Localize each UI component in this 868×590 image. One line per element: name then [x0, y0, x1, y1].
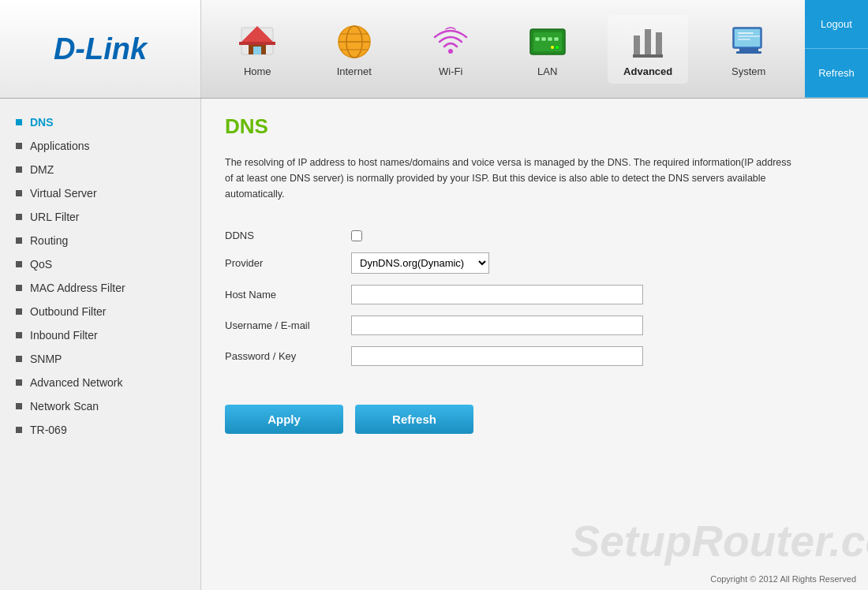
logout-button[interactable]: Logout	[805, 0, 868, 49]
svg-rect-21	[645, 29, 651, 56]
username-input[interactable]	[351, 316, 643, 335]
sidebar-item-tr-069[interactable]: TR-069	[0, 418, 200, 442]
system-icon	[728, 21, 769, 62]
nav-item-lan[interactable]: LAN	[511, 15, 584, 84]
hostname-input[interactable]	[351, 285, 643, 304]
nav-label-lan: LAN	[537, 65, 557, 77]
svg-rect-23	[633, 54, 663, 58]
logo-area: D-Link	[0, 0, 201, 98]
sidebar-bullet-dmz	[16, 166, 22, 173]
sidebar-item-network-scan[interactable]: Network Scan	[0, 394, 200, 418]
sidebar-bullet-outbound-filter	[16, 308, 22, 315]
sidebar-item-dmz[interactable]: DMZ	[0, 158, 200, 181]
sidebar-label-tr-069: TR-069	[30, 424, 67, 436]
sidebar-label-routing: Routing	[30, 234, 68, 247]
advanced-icon	[627, 21, 668, 62]
nav-label-advanced: Advanced	[623, 65, 672, 77]
nav-label-home: Home	[244, 65, 271, 77]
sidebar-item-applications[interactable]: Applications	[0, 134, 200, 158]
sidebar-bullet-url-filter	[16, 214, 22, 220]
apply-button[interactable]: Apply	[225, 405, 343, 434]
sidebar-label-url-filter: URL Filter	[30, 211, 80, 223]
footer: Copyright © 2012 All Rights Reserved	[710, 574, 856, 584]
password-row: Password / Key	[225, 346, 844, 366]
provider-select[interactable]: DynDNS.org(Dynamic) DynDNS.org(Custom) T…	[351, 252, 489, 274]
sidebar-item-outbound-filter[interactable]: Outbound Filter	[0, 300, 200, 323]
dns-form: DDNS Provider DynDNS.org(Dynamic) DynDNS…	[225, 222, 844, 385]
svg-rect-16	[548, 37, 552, 41]
page-description: The resolving of IP address to host name…	[225, 155, 801, 202]
svg-rect-22	[656, 32, 662, 56]
nav-label-system: System	[731, 65, 765, 77]
svg-rect-5	[239, 42, 275, 45]
refresh-button[interactable]: Refresh	[355, 405, 473, 434]
nav-item-system[interactable]: System	[713, 15, 785, 84]
nav-area: Home Internet Wi-Fi	[201, 0, 805, 98]
nav-item-wifi[interactable]: Wi-Fi	[414, 15, 487, 84]
svg-rect-25	[735, 29, 760, 47]
ddns-checkbox[interactable]	[351, 230, 362, 241]
sidebar-label-dns: DNS	[30, 116, 54, 129]
svg-rect-17	[554, 37, 559, 41]
svg-rect-30	[738, 39, 750, 40]
sidebar-bullet-applications	[16, 143, 22, 149]
sidebar-label-outbound-filter: Outbound Filter	[30, 305, 107, 318]
sidebar-item-snmp[interactable]: SNMP	[0, 347, 200, 371]
ddns-label: DDNS	[225, 230, 351, 241]
sidebar-bullet-snmp	[16, 356, 22, 362]
sidebar: DNS Applications DMZ Virtual Server URL …	[0, 99, 201, 590]
sidebar-label-virtual-server: Virtual Server	[30, 187, 97, 200]
wifi-icon	[430, 21, 471, 62]
sidebar-label-network-scan: Network Scan	[30, 400, 99, 413]
sidebar-bullet-inbound-filter	[16, 332, 22, 338]
sidebar-item-routing[interactable]: Routing	[0, 229, 200, 252]
sidebar-label-mac-address-filter: MAC Address Filter	[30, 282, 125, 294]
button-row: Apply Refresh	[225, 405, 844, 434]
header-refresh-button[interactable]: Refresh	[805, 49, 868, 98]
svg-rect-14	[535, 37, 540, 41]
dlink-logo: D-Link	[54, 32, 147, 66]
nav-label-internet: Internet	[337, 65, 372, 77]
sidebar-label-inbound-filter: Inbound Filter	[30, 329, 98, 342]
hostname-label: Host Name	[225, 289, 351, 301]
sidebar-bullet-qos	[16, 261, 22, 267]
sidebar-item-url-filter[interactable]: URL Filter	[0, 205, 200, 229]
svg-rect-26	[739, 48, 758, 51]
sidebar-item-dns[interactable]: DNS	[0, 110, 200, 134]
sidebar-item-mac-address-filter[interactable]: MAC Address Filter	[0, 276, 200, 300]
sidebar-label-snmp: SNMP	[30, 353, 62, 365]
password-label: Password / Key	[225, 350, 351, 362]
sidebar-bullet-routing	[16, 237, 22, 244]
sidebar-item-advanced-network[interactable]: Advanced Network	[0, 371, 200, 394]
sidebar-item-qos[interactable]: QoS	[0, 252, 200, 276]
svg-rect-27	[736, 51, 761, 54]
svg-point-11	[448, 49, 453, 54]
svg-rect-4	[253, 47, 261, 54]
sidebar-label-qos: QoS	[30, 258, 52, 271]
lan-icon	[527, 21, 568, 62]
sidebar-bullet-network-scan	[16, 403, 22, 409]
username-row: Username / E-mail	[225, 316, 844, 335]
sidebar-item-virtual-server[interactable]: Virtual Server	[0, 181, 200, 205]
nav-item-advanced[interactable]: Advanced	[608, 15, 688, 84]
sidebar-bullet-advanced-network	[16, 379, 22, 386]
home-icon	[237, 21, 278, 62]
svg-rect-15	[541, 37, 546, 41]
sidebar-item-inbound-filter[interactable]: Inbound Filter	[0, 323, 200, 347]
password-input[interactable]	[351, 346, 643, 366]
hostname-row: Host Name	[225, 285, 844, 304]
page-title: DNS	[225, 114, 844, 139]
nav-item-home[interactable]: Home	[221, 15, 294, 84]
nav-label-wifi: Wi-Fi	[439, 65, 462, 77]
sidebar-bullet-virtual-server	[16, 190, 22, 196]
svg-rect-29	[738, 35, 760, 37]
ddns-row: DDNS	[225, 230, 844, 241]
svg-point-18	[556, 46, 559, 49]
svg-rect-28	[738, 32, 754, 34]
provider-label: Provider	[225, 257, 351, 269]
sidebar-label-advanced-network: Advanced Network	[30, 376, 123, 389]
svg-rect-20	[634, 35, 640, 56]
nav-item-internet[interactable]: Internet	[318, 15, 391, 84]
username-label: Username / E-mail	[225, 319, 351, 331]
provider-row: Provider DynDNS.org(Dynamic) DynDNS.org(…	[225, 252, 844, 274]
